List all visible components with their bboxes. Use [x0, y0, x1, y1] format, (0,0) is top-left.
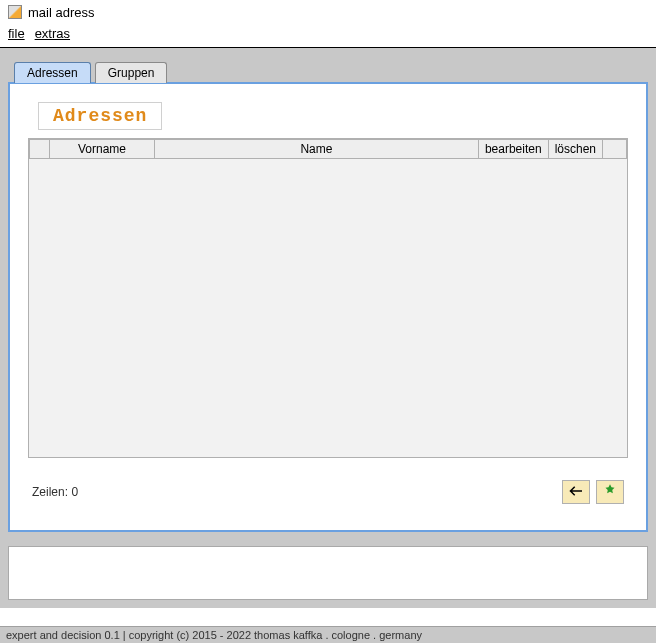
menu-bar: file extras [0, 24, 656, 48]
add-icon [601, 482, 619, 503]
new-button[interactable] [596, 480, 624, 504]
window-title: mail adress [28, 5, 94, 20]
address-table: Vorname Name bearbeiten löschen [29, 139, 627, 159]
main-panel: Adressen Vorname Name bearbeiten löschen [8, 82, 648, 532]
app-icon [8, 5, 22, 19]
col-loeschen[interactable]: löschen [548, 140, 602, 159]
tab-strip: Adressen Gruppen [14, 62, 648, 83]
col-name[interactable]: Name [155, 140, 479, 159]
row-count: Zeilen: 0 [32, 485, 78, 499]
status-bar: expert and decision 0.1 | copyright (c) … [0, 626, 656, 643]
section-heading: Adressen [53, 106, 147, 126]
col-bearbeiten[interactable]: bearbeiten [478, 140, 548, 159]
col-vorname[interactable]: Vorname [50, 140, 155, 159]
row-value: 0 [71, 485, 78, 499]
menu-file[interactable]: file [8, 26, 25, 41]
panel-footer: Zeilen: 0 [28, 480, 628, 504]
col-tail[interactable] [603, 140, 627, 159]
menu-extras[interactable]: extras [35, 26, 70, 41]
table-container: Vorname Name bearbeiten löschen [28, 138, 628, 458]
footer-buttons [562, 480, 624, 504]
title-bar: mail adress [0, 0, 656, 24]
message-box [8, 546, 648, 600]
arrow-left-icon [567, 482, 585, 503]
row-label: Zeilen: [32, 485, 68, 499]
tab-gruppen[interactable]: Gruppen [95, 62, 168, 83]
back-button[interactable] [562, 480, 590, 504]
section-heading-box: Adressen [38, 102, 162, 130]
col-blank[interactable] [30, 140, 50, 159]
workspace: Adressen Gruppen Adressen Vorname Name b… [0, 48, 656, 608]
tab-adressen[interactable]: Adressen [14, 62, 91, 83]
